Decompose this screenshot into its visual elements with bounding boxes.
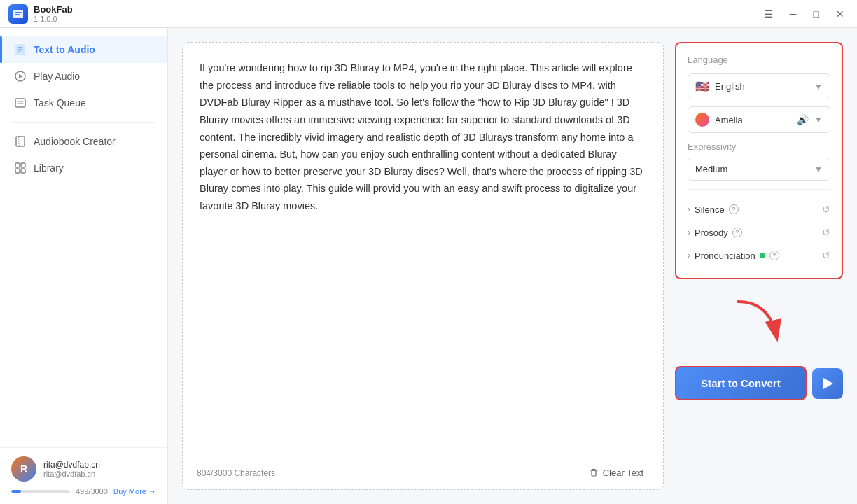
silence-left: › Silence ?	[688, 204, 739, 215]
sidebar-item-text-to-audio[interactable]: Text to Audio	[0, 36, 167, 63]
minimize-button[interactable]: ─	[786, 7, 801, 21]
voice-select-row: Amelia 🔊 ▼	[688, 106, 830, 133]
trash-icon	[589, 468, 599, 478]
user-email2: rita@dvdfab.cn	[43, 470, 156, 478]
right-panel: Language 🇺🇸 English ▼ Amelia 🔊 ▼	[675, 42, 843, 490]
doc-icon	[14, 43, 27, 56]
editor-panel: If you're wondering how to rip 3D Bluray…	[182, 42, 664, 490]
editor-footer: 804/3000 Characters Clear Text	[183, 456, 663, 489]
svg-rect-9	[15, 99, 25, 107]
app-name: BookFab	[34, 4, 73, 15]
section-divider-1	[688, 189, 830, 190]
silence-expand-icon: ›	[688, 204, 690, 214]
svg-rect-12	[16, 136, 25, 146]
pronounciation-right: ↺	[822, 250, 830, 261]
expressivity-chevron-icon: ▼	[814, 164, 823, 174]
voice-value: Amelia	[715, 115, 743, 125]
sidebar-item-label-library: Library	[34, 162, 64, 174]
expressivity-value: Medium	[695, 164, 727, 174]
language-select[interactable]: 🇺🇸 English ▼	[688, 74, 830, 99]
list-icon	[14, 97, 27, 109]
speaker-icon[interactable]: 🔊	[797, 114, 809, 125]
buy-more-link[interactable]: Buy More →	[113, 487, 156, 496]
pronounciation-row[interactable]: › Pronounciation ? ↺	[688, 244, 830, 267]
usage-track	[11, 490, 70, 493]
user-details: rita@dvdfab.cn rita@dvdfab.cn	[43, 460, 156, 478]
svg-rect-15	[21, 163, 25, 167]
nav-separator	[11, 122, 156, 122]
editor-content[interactable]: If you're wondering how to rip 3D Bluray…	[183, 43, 663, 456]
editor-text[interactable]: If you're wondering how to rip 3D Bluray…	[200, 59, 646, 215]
language-label: Language	[688, 55, 830, 65]
svg-rect-2	[15, 14, 20, 15]
prosody-label: Prosody	[695, 227, 728, 238]
content-area: If you're wondering how to rip 3D Bluray…	[168, 28, 857, 504]
prosody-row[interactable]: › Prosody ? ↺	[688, 221, 830, 244]
usage-text: 499/3000	[76, 487, 108, 496]
sidebar: Text to Audio Play Audio Task Queue	[0, 28, 168, 504]
grid-icon	[14, 162, 27, 174]
voice-avatar	[695, 113, 709, 127]
app-name-group: BookFab 1.1.0.0	[34, 4, 73, 23]
pronounciation-badge-dot	[760, 253, 765, 258]
sidebar-item-label-play-audio: Play Audio	[34, 71, 80, 82]
user-info: R rita@dvdfab.cn rita@dvdfab.cn	[11, 456, 156, 482]
titlebar: BookFab 1.1.0.0 ☰ ─ □ ✕	[0, 0, 857, 28]
sidebar-item-audiobook-creator[interactable]: Audiobook Creator	[0, 128, 167, 155]
prosody-expand-icon: ›	[688, 227, 690, 237]
svg-rect-1	[15, 12, 22, 13]
char-count: 804/3000 Characters	[197, 468, 275, 478]
silence-help-icon[interactable]: ?	[729, 204, 739, 214]
pronounciation-help-icon[interactable]: ?	[769, 251, 779, 260]
sidebar-item-task-queue[interactable]: Task Queue	[0, 90, 167, 116]
clear-text-label: Clear Text	[603, 468, 643, 478]
silence-right: ↺	[822, 204, 830, 215]
voice-select[interactable]: Amelia 🔊 ▼	[688, 106, 830, 133]
close-button[interactable]: ✕	[832, 7, 849, 21]
voice-chevron-icon: ▼	[814, 115, 823, 125]
sidebar-item-label-task-queue: Task Queue	[34, 97, 86, 108]
titlebar-controls: ☰ ─ □ ✕	[760, 7, 849, 21]
menu-icon[interactable]: ☰	[760, 7, 777, 21]
svg-rect-17	[21, 169, 25, 173]
book-icon	[14, 135, 27, 148]
main-layout: Text to Audio Play Audio Task Queue	[0, 28, 857, 504]
clear-text-button[interactable]: Clear Text	[583, 465, 649, 481]
red-arrow-icon	[727, 295, 790, 351]
circle-play-icon	[14, 70, 27, 83]
silence-refresh-icon[interactable]: ↺	[822, 204, 830, 215]
expressivity-select-row: Medium ▼	[688, 158, 830, 181]
sidebar-item-label-audiobook-creator: Audiobook Creator	[34, 136, 116, 147]
silence-label: Silence	[695, 204, 725, 215]
sidebar-item-library[interactable]: Library	[0, 155, 167, 181]
play-button[interactable]	[812, 368, 843, 399]
expressivity-select[interactable]: Medium ▼	[688, 158, 830, 181]
silence-row[interactable]: › Silence ? ↺	[688, 198, 830, 221]
start-to-convert-button[interactable]: Start to Convert	[675, 366, 807, 400]
usage-fill	[11, 490, 21, 493]
settings-box: Language 🇺🇸 English ▼ Amelia 🔊 ▼	[675, 42, 843, 279]
prosody-right: ↺	[822, 227, 830, 238]
prosody-help-icon[interactable]: ?	[732, 227, 742, 237]
maximize-button[interactable]: □	[809, 7, 823, 21]
sidebar-nav: Text to Audio Play Audio Task Queue	[0, 28, 167, 447]
expressivity-label: Expressivity	[688, 141, 830, 152]
pronounciation-expand-icon: ›	[688, 251, 690, 260]
svg-rect-18	[592, 470, 596, 476]
pronounciation-left: › Pronounciation ?	[688, 251, 779, 261]
user-email: rita@dvdfab.cn	[43, 460, 156, 470]
svg-rect-16	[15, 169, 20, 173]
user-avatar: R	[11, 456, 36, 482]
pronounciation-label: Pronounciation	[695, 251, 755, 261]
language-chevron-icon: ▼	[814, 82, 823, 92]
language-select-row: 🇺🇸 English ▼	[688, 74, 830, 99]
sidebar-item-play-audio[interactable]: Play Audio	[0, 63, 167, 90]
convert-area: Start to Convert	[675, 366, 843, 400]
svg-rect-14	[15, 163, 20, 167]
prosody-refresh-icon[interactable]: ↺	[822, 227, 830, 238]
app-version: 1.1.0.0	[34, 15, 73, 23]
language-flag: 🇺🇸	[695, 80, 709, 93]
titlebar-left: BookFab 1.1.0.0	[8, 4, 73, 24]
pronounciation-refresh-icon[interactable]: ↺	[822, 250, 830, 261]
usage-bar: 499/3000 Buy More →	[11, 487, 156, 496]
